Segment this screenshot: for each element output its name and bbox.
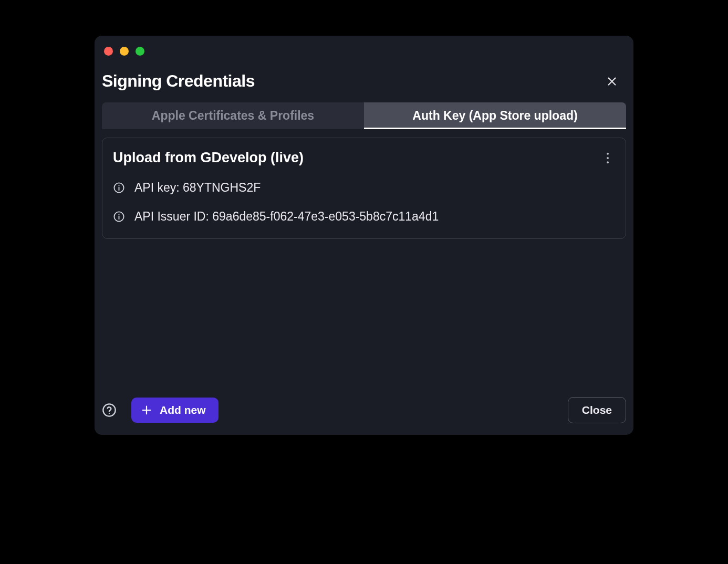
svg-point-12 [109,413,110,414]
close-icon [606,76,618,87]
api-issuer-row: API Issuer ID: 69a6de85-f062-47e3-e053-5… [113,210,615,224]
plus-icon [141,404,152,416]
svg-point-10 [118,214,119,215]
svg-point-4 [607,161,609,163]
tab-auth-key[interactable]: Auth Key (App Store upload) [364,102,626,129]
info-icon [113,182,125,194]
footer-left: Add new [102,398,219,423]
dialog-footer: Add new Close [95,397,633,435]
dialog-content: Upload from GDevelop (live) API key: 68Y… [95,129,633,397]
window-titlebar [95,36,633,66]
auth-key-card: Upload from GDevelop (live) API key: 68Y… [102,138,626,239]
card-menu-button[interactable] [600,151,615,165]
api-issuer-value: API Issuer ID: 69a6de85-f062-47e3-e053-5… [134,210,439,224]
tabs-container: Apple Certificates & Profiles Auth Key (… [102,102,626,129]
add-new-label: Add new [160,404,206,416]
close-button[interactable] [604,74,620,89]
svg-point-7 [118,185,119,186]
svg-point-3 [607,157,609,159]
card-header: Upload from GDevelop (live) [113,150,615,166]
window-zoom-traffic-light[interactable] [136,47,144,56]
more-vertical-icon [600,151,615,165]
api-key-row: API key: 68YTNGHS2F [113,181,615,195]
dialog-window: Signing Credentials Apple Certificates &… [95,36,633,435]
dialog-title: Signing Credentials [102,71,255,91]
close-label: Close [582,404,612,416]
window-close-traffic-light[interactable] [104,47,113,56]
svg-point-2 [607,152,609,154]
card-title: Upload from GDevelop (live) [113,150,304,166]
dialog-header: Signing Credentials [95,66,633,102]
window-minimize-traffic-light[interactable] [120,47,129,56]
api-key-value: API key: 68YTNGHS2F [134,181,261,195]
help-button[interactable] [102,403,117,417]
tab-certificates[interactable]: Apple Certificates & Profiles [102,102,364,129]
info-icon [113,211,125,223]
close-footer-button[interactable]: Close [568,397,626,423]
add-new-button[interactable]: Add new [131,398,219,423]
